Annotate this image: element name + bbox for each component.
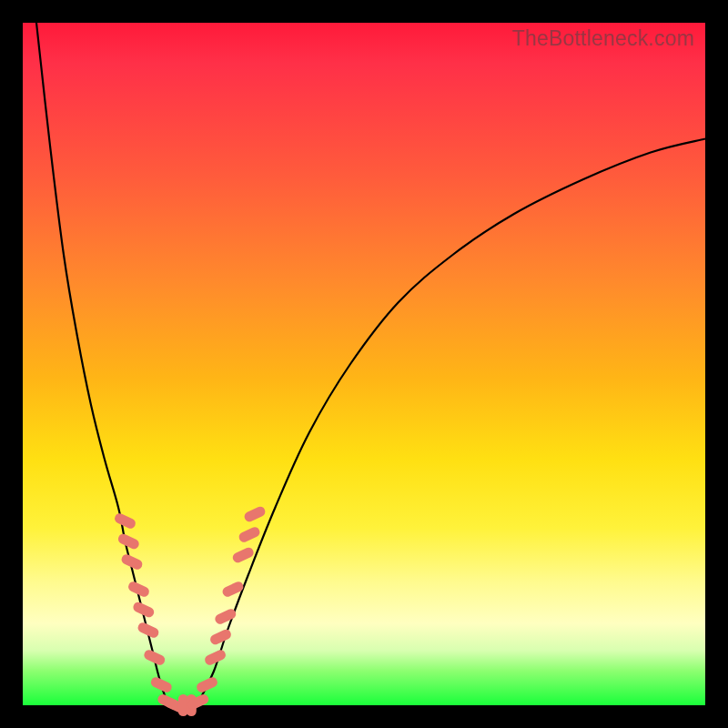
marker-group — [113, 505, 267, 716]
data-marker — [116, 532, 140, 551]
data-marker — [143, 648, 167, 666]
curve-left-branch — [36, 23, 173, 705]
plot-area: TheBottleneck.com — [23, 23, 705, 705]
data-marker — [195, 675, 218, 693]
data-marker — [238, 525, 261, 543]
chart-frame: TheBottleneck.com — [0, 0, 728, 728]
data-marker — [214, 607, 238, 625]
data-marker — [208, 628, 232, 646]
curve-right-branch — [194, 139, 706, 706]
watermark-text: TheBottleneck.com — [512, 26, 694, 51]
data-marker — [149, 675, 173, 693]
data-marker — [231, 546, 255, 564]
data-marker — [243, 505, 267, 523]
data-marker — [203, 648, 227, 666]
data-marker — [221, 580, 245, 598]
data-marker — [113, 511, 136, 530]
bottleneck-curve-svg — [23, 23, 705, 705]
